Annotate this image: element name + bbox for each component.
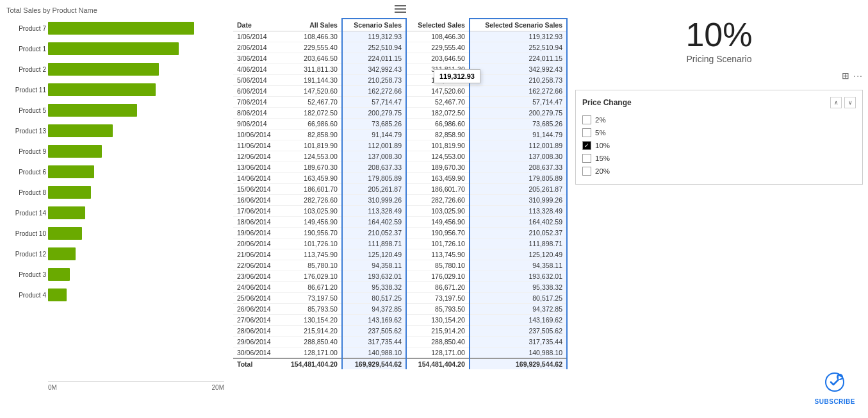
slicer-down-arrow[interactable]: ∨ — [844, 97, 856, 108]
bar-row: Product 12 — [48, 245, 224, 263]
slicer-item-label: 15% — [595, 155, 610, 162]
table-cell: 282,726.60 — [280, 195, 342, 206]
slicer-box-toolbar: ⊞ ··· — [575, 71, 863, 81]
table-cell: 288,850.40 — [280, 337, 342, 347]
slicer-item[interactable]: 2% — [582, 113, 856, 126]
table-cell: 224,011.15 — [342, 53, 406, 64]
table-cell: 1/06/2014 — [233, 31, 280, 42]
table-cell: 30/06/2014 — [233, 347, 280, 359]
table-cell: 252,510.94 — [470, 42, 567, 53]
table-cell: 193,632.01 — [342, 271, 406, 282]
table-row: 2/06/2014229,555.40252,510.94229,555.402… — [233, 42, 567, 53]
table-cell: 311,811.30 — [280, 64, 342, 75]
table-cell: 182,072.50 — [280, 108, 342, 119]
table-cell: 101,819.90 — [406, 140, 470, 151]
table-row: 1/06/2014108,466.30119,312.93108,466.301… — [233, 31, 567, 42]
table-cell: 82,858.90 — [280, 130, 342, 140]
table-row: 5/06/2014191,144.30210,258.73191,144.302… — [233, 75, 567, 86]
table-cell: 57,714.47 — [470, 97, 567, 108]
table-cell: 25/06/2014 — [233, 293, 280, 304]
hamburger-icon[interactable] — [395, 5, 406, 14]
table-cell: 186,601.70 — [280, 184, 342, 195]
table-cell: 22/06/2014 — [233, 260, 280, 271]
slicer-item[interactable]: 10% — [582, 139, 856, 152]
table-cell: 203,646.50 — [280, 53, 342, 64]
table-row: 13/06/2014189,670.30208,637.33189,670.30… — [233, 162, 567, 173]
table-cell: 288,850.40 — [406, 337, 470, 347]
table-cell: 124,553.00 — [280, 151, 342, 162]
table-cell: 66,986.60 — [406, 119, 470, 130]
slicer-item[interactable]: 20% — [582, 165, 856, 178]
table-cell: 16/06/2014 — [233, 195, 280, 206]
table-cell: 143,169.62 — [342, 315, 406, 326]
table-cell: 143,169.62 — [470, 315, 567, 326]
table-cell: 317,735.44 — [470, 337, 567, 347]
table-row: 25/06/201473,197.5080,517.2573,197.5080,… — [233, 293, 567, 304]
subscribe-text[interactable]: SUBSCRIBE — [815, 398, 855, 405]
slicer-checkbox[interactable] — [582, 154, 591, 163]
table-cell: 237,505.62 — [470, 326, 567, 337]
bar-chart: Product 7Product 1Product 2Product 11Pro… — [6, 19, 224, 391]
table-cell: 15/06/2014 — [233, 184, 280, 195]
table-cell: 5/06/2014 — [233, 75, 280, 86]
table-cell: 125,120.49 — [470, 249, 567, 260]
table-cell: 85,793.50 — [280, 304, 342, 315]
more-icon[interactable]: ··· — [853, 71, 863, 81]
expand-icon[interactable]: ⊞ — [842, 71, 849, 81]
table-cell: 176,029.10 — [406, 271, 470, 282]
table-cell: 237,505.62 — [342, 326, 406, 337]
table-cell: 193,632.01 — [470, 271, 567, 282]
table-cell: 163,459.90 — [406, 173, 470, 184]
table-cell: 23/06/2014 — [233, 271, 280, 282]
slicer-header: Price Change ∧ ∨ — [582, 97, 856, 108]
bar-fill — [48, 42, 179, 55]
table-row: 30/06/2014128,171.00140,988.10128,171.00… — [233, 347, 567, 359]
table-cell: 164,402.59 — [470, 217, 567, 228]
table-row: 4/06/2014311,811.30342,992.43311,811.303… — [233, 64, 567, 75]
total-selected-sales: 154,481,404.20 — [406, 358, 470, 369]
table-cell: 224,011.15 — [470, 53, 567, 64]
table-cell: 128,171.00 — [280, 347, 342, 359]
table-cell: 82,858.90 — [406, 130, 470, 140]
x-axis: 0M 20M — [48, 381, 224, 391]
table-cell: 101,726.10 — [280, 238, 342, 249]
slicer-up-arrow[interactable]: ∧ — [830, 97, 842, 108]
bar-label: Product 4 — [6, 292, 46, 299]
bar-label: Product 1 — [6, 46, 46, 53]
table-cell: 125,120.49 — [342, 249, 406, 260]
table-cell: 210,258.73 — [470, 75, 567, 86]
table-cell: 6/06/2014 — [233, 86, 280, 97]
table-cell: 113,745.90 — [406, 249, 470, 260]
table-cell: 137,008.30 — [342, 151, 406, 162]
table-cell: 7/06/2014 — [233, 97, 280, 108]
table-cell: 205,261.87 — [470, 184, 567, 195]
table-row: 26/06/201485,793.5094,372.8585,793.5094,… — [233, 304, 567, 315]
slicer-checkbox[interactable] — [582, 167, 591, 176]
table-cell: 13/06/2014 — [233, 162, 280, 173]
table-scroll[interactable]: Date All Sales Scenario Sales Selected S… — [233, 18, 568, 369]
table-cell: 52,467.70 — [280, 97, 342, 108]
slicer-checkbox[interactable] — [582, 115, 591, 124]
table-cell: 208,637.33 — [470, 162, 567, 173]
bar-row: Product 13 — [48, 122, 224, 140]
table-cell: 12/06/2014 — [233, 151, 280, 162]
table-cell: 85,780.10 — [406, 260, 470, 271]
slicer-checkbox[interactable] — [582, 128, 591, 137]
table-cell: 208,637.33 — [342, 162, 406, 173]
bar-row: Product 2 — [48, 60, 224, 78]
table-cell: 317,735.44 — [342, 337, 406, 347]
x-label-1: 20M — [212, 384, 224, 391]
table-cell: 176,029.10 — [280, 271, 342, 282]
table-cell: 3/06/2014 — [233, 53, 280, 64]
slicer-controls: ∧ ∨ — [830, 97, 856, 108]
bar-label: Product 2 — [6, 66, 46, 73]
table-cell: 130,154.20 — [280, 315, 342, 326]
bar-row: Product 1 — [48, 40, 224, 58]
table-cell: 111,898.71 — [470, 238, 567, 249]
slicer-item[interactable]: 5% — [582, 126, 856, 139]
col-selected-sales: Selected Sales — [406, 19, 470, 31]
table-cell: 94,372.85 — [342, 304, 406, 315]
slicer-checkbox[interactable] — [582, 141, 591, 150]
table-cell: 113,745.90 — [280, 249, 342, 260]
slicer-item[interactable]: 15% — [582, 152, 856, 165]
